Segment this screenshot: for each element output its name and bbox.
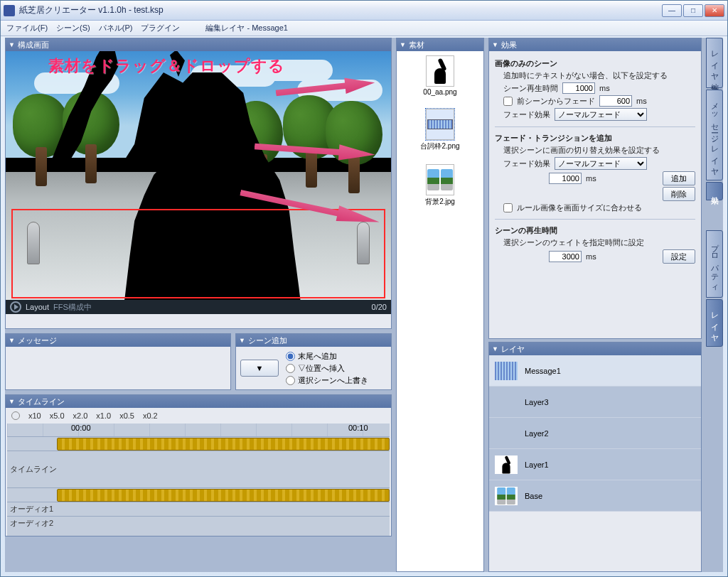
scene-add-panel: ▼シーン追加 ▼ 末尾へ追加 ▽位置へ挿入 選択シーンへ上書き bbox=[235, 333, 392, 390]
scene-add-append-radio[interactable] bbox=[286, 352, 295, 361]
layer-row[interactable]: Layer2 bbox=[489, 418, 701, 449]
app-icon bbox=[4, 5, 15, 16]
minimize-button[interactable]: — bbox=[662, 4, 682, 17]
asset-item[interactable]: 台詞枠2.png bbox=[419, 109, 461, 151]
preview-panel: ▼構成画面 bbox=[5, 38, 392, 329]
app-window: 紙芝居クリエーター v1.1.0h - test.ksp — □ ✕ ファイル(… bbox=[0, 0, 728, 577]
menu-file[interactable]: ファイル(F) bbox=[6, 23, 48, 33]
menu-panel[interactable]: パネル(P) bbox=[99, 23, 133, 33]
preview-title: 構成画面 bbox=[18, 40, 49, 50]
timeline-panel: ▼タイムライン x10 x5.0 x2.0 x1.0 x0.5 x0.2 bbox=[5, 394, 392, 536]
maximize-button[interactable]: □ bbox=[683, 4, 703, 17]
hint-overlay-text: 素材をドラッグ＆ドロップする bbox=[48, 55, 285, 77]
layers-panel: ▼レイヤ Message1 Layer3 Layer2 bbox=[488, 342, 702, 572]
balloon-icon[interactable] bbox=[11, 411, 20, 420]
assets-panel: ▼素材 00_aa.png 台詞枠2.png 背景2.jpg bbox=[396, 38, 484, 572]
layer-thumb-icon bbox=[495, 362, 518, 380]
scene-wait-set-button[interactable]: 設定 bbox=[663, 249, 695, 264]
scene-add-insert-radio[interactable] bbox=[286, 364, 295, 373]
layer-name: Layer1 bbox=[525, 460, 549, 469]
preview-canvas[interactable]: 素材をドラッグ＆ドロップする bbox=[6, 51, 391, 314]
fade-effect-select[interactable]: ノーマルフェード bbox=[555, 108, 647, 121]
layer-name: Layer3 bbox=[525, 398, 549, 406]
side-tab-layers[interactable]: レイヤ bbox=[706, 299, 723, 347]
titlebar[interactable]: 紙芝居クリエーター v1.1.0h - test.ksp — □ ✕ bbox=[1, 1, 727, 21]
transition-effect-select[interactable]: ノーマルフェード bbox=[555, 157, 647, 170]
message-frame-region bbox=[11, 209, 385, 298]
zoom-x5[interactable]: x5.0 bbox=[50, 411, 65, 420]
menu-scene[interactable]: シーン(S) bbox=[56, 23, 90, 33]
effects-title: 効果 bbox=[501, 40, 517, 50]
zoom-x2[interactable]: x2.0 bbox=[73, 411, 88, 420]
window-title: 紙芝居クリエーター v1.1.0h - test.ksp bbox=[19, 4, 662, 16]
zoom-x10[interactable]: x10 bbox=[28, 411, 41, 420]
status-text: FFS構成中 bbox=[53, 302, 92, 313]
scene-add-title: シーン追加 bbox=[248, 335, 287, 346]
effects-panel: ▼効果 画像のみのシーン 追加時にテキストがない場合、以下を設定する シーン再生… bbox=[488, 38, 702, 339]
transition-delete-button[interactable]: 削除 bbox=[663, 187, 695, 201]
menu-bar: ファイル(F) シーン(S) パネル(P) プラグイン 編集レイヤ - Mess… bbox=[1, 21, 727, 36]
audio1-row-label: オーディオ1 bbox=[7, 504, 57, 514]
transition-add-button[interactable]: 追加 bbox=[663, 171, 695, 185]
layer-row[interactable]: Layer1 bbox=[489, 449, 701, 480]
asset-label: 台詞枠2.png bbox=[419, 141, 461, 151]
zoom-x1[interactable]: x1.0 bbox=[96, 411, 111, 420]
layout-label: Layout bbox=[26, 303, 49, 311]
menu-plugin[interactable]: プラグイン bbox=[141, 23, 180, 33]
timeline-grid[interactable]: 00:00 00:10 タイムライン オーディオ1 オーディオ2 bbox=[7, 424, 390, 536]
layer-thumb-icon bbox=[495, 455, 518, 474]
layers-title: レイヤ bbox=[501, 344, 525, 355]
scene-wait-input[interactable] bbox=[549, 251, 582, 262]
rule-image-fit-checkbox[interactable] bbox=[503, 203, 513, 212]
side-tab-effects[interactable]: 効果 bbox=[706, 182, 723, 200]
fade-from-prev-input[interactable] bbox=[599, 95, 632, 107]
layer-thumb-icon bbox=[495, 424, 518, 443]
asset-item[interactable]: 00_aa.png bbox=[419, 55, 461, 96]
layer-thumb-icon bbox=[495, 487, 518, 505]
layer-row[interactable]: Base bbox=[489, 480, 701, 512]
scene-playtime-input[interactable] bbox=[562, 82, 595, 94]
timeline-title: タイムライン bbox=[18, 397, 65, 407]
section-scene-play: シーンの再生時間 bbox=[495, 225, 695, 236]
zoom-x05[interactable]: x0.5 bbox=[119, 411, 134, 420]
scene-add-button[interactable]: ▼ bbox=[240, 360, 279, 377]
collapse-icon[interactable]: ▼ bbox=[9, 41, 15, 48]
layer-row[interactable]: Layer3 bbox=[489, 387, 701, 418]
message-title: メッセージ bbox=[18, 335, 57, 346]
asset-label: 00_aa.png bbox=[419, 88, 461, 96]
fade-from-prev-checkbox[interactable] bbox=[503, 97, 513, 106]
side-tab-layer-edit[interactable]: レイヤ編集 bbox=[706, 38, 723, 88]
layer-row[interactable]: Message1 bbox=[489, 355, 701, 387]
layer-name: Message1 bbox=[525, 367, 561, 375]
scene-add-overwrite-radio[interactable] bbox=[286, 376, 295, 385]
menu-edit-layer: 編集レイヤ - Message1 bbox=[205, 23, 288, 33]
layer-name: Base bbox=[525, 492, 542, 500]
frame-counter: 0/20 bbox=[372, 303, 387, 311]
side-tab-property[interactable]: プロパティ bbox=[706, 230, 723, 298]
close-button[interactable]: ✕ bbox=[705, 4, 724, 17]
side-tab-message-layer[interactable]: メッセージレイヤ bbox=[706, 90, 723, 180]
timeline-row-label: タイムライン bbox=[7, 464, 57, 475]
assets-title: 素材 bbox=[409, 40, 424, 50]
play-button[interactable] bbox=[10, 301, 21, 313]
section-fade-transition: フェード・トランジションを追加 bbox=[495, 133, 695, 144]
asset-item[interactable]: 背景2.jpg bbox=[419, 164, 461, 207]
playbar: Layout FFS構成中 0/20 bbox=[6, 300, 391, 314]
asset-label: 背景2.jpg bbox=[419, 197, 461, 207]
layer-thumb-icon bbox=[495, 393, 518, 411]
audio2-row-label: オーディオ2 bbox=[7, 518, 57, 529]
message-panel: ▼メッセージ bbox=[5, 333, 231, 390]
zoom-x02[interactable]: x0.2 bbox=[143, 411, 158, 420]
layer-name: Layer2 bbox=[525, 429, 549, 438]
section-image-only: 画像のみのシーン bbox=[495, 58, 695, 69]
transition-ms-input[interactable] bbox=[549, 173, 582, 184]
